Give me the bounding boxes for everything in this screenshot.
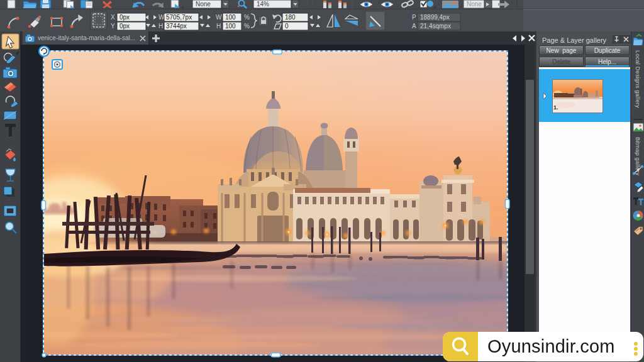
svg-text:None: None	[467, 1, 482, 8]
svg-text:None: None	[196, 1, 211, 8]
svg-text:%: %	[244, 23, 250, 30]
svg-text:0px: 0px	[119, 23, 130, 30]
svg-text:X: X	[111, 14, 115, 21]
svg-text:18899,4px: 18899,4px	[420, 14, 450, 21]
svg-text:W: W	[158, 14, 165, 21]
svg-text:0: 0	[285, 23, 289, 30]
svg-text:H: H	[158, 23, 163, 30]
svg-text:21,4sqmpx: 21,4sqmpx	[420, 23, 451, 30]
svg-text:14%: 14%	[257, 1, 269, 8]
svg-text:H: H	[216, 23, 221, 30]
svg-text:Y: Y	[111, 23, 115, 30]
svg-text:3744px: 3744px	[166, 23, 187, 30]
svg-text:100: 100	[225, 14, 236, 21]
svg-text:0px: 0px	[119, 14, 130, 21]
svg-text:W: W	[216, 14, 222, 21]
svg-text:5705,7px: 5705,7px	[166, 14, 192, 21]
svg-text:%: %	[244, 14, 250, 21]
svg-text:180: 180	[285, 14, 296, 21]
svg-text:100: 100	[225, 23, 236, 30]
svg-text:A: A	[412, 23, 416, 30]
svg-text:P: P	[412, 14, 416, 21]
